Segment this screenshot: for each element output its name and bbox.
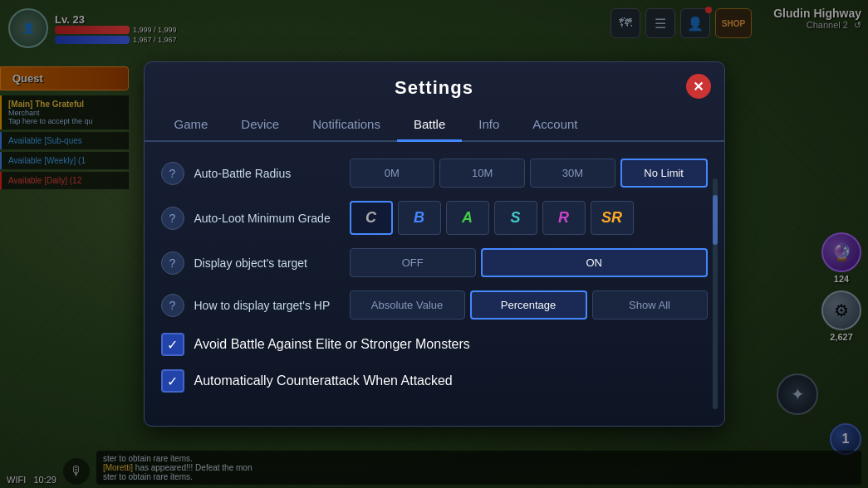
- auto-loot-label: Auto-Loot Minimum Grade: [194, 212, 340, 225]
- tab-device[interactable]: Device: [224, 109, 296, 142]
- grade-b-button[interactable]: B: [398, 201, 441, 235]
- tab-account[interactable]: Account: [516, 109, 594, 142]
- avoid-elite-checkbox[interactable]: ✓: [161, 333, 184, 356]
- radius-30m-button[interactable]: 30M: [530, 159, 615, 188]
- tabs-container: Game Device Notifications Battle Info Ac…: [145, 109, 724, 142]
- settings-modal: Settings ✕ Game Device Notifications Bat…: [144, 61, 725, 427]
- avoid-elite-label: Avoid Battle Against Elite or Stronger M…: [194, 337, 470, 352]
- display-target-row: ? Display object's target OFF ON: [161, 248, 708, 277]
- modal-overlay: Settings ✕ Game Device Notifications Bat…: [0, 0, 868, 488]
- scrollbar-track[interactable]: [713, 178, 718, 409]
- grade-a-button[interactable]: A: [446, 201, 489, 235]
- hp-percentage-button[interactable]: Percentage: [470, 290, 587, 320]
- scrollbar-thumb[interactable]: [713, 195, 718, 245]
- tab-game[interactable]: Game: [158, 109, 225, 142]
- auto-battle-radius-options: 0M 10M 30M No Limit: [350, 159, 708, 188]
- tab-battle[interactable]: Battle: [397, 109, 462, 142]
- auto-battle-radius-label: Auto-Battle Radius: [194, 167, 340, 180]
- close-button[interactable]: ✕: [686, 74, 711, 99]
- radius-10m-button[interactable]: 10M: [439, 159, 525, 188]
- hp-absolute-button[interactable]: Absolute Value: [350, 290, 465, 320]
- auto-counterattack-label: Automatically Counterattack When Attacke…: [194, 373, 453, 388]
- modal-header: Settings ✕: [145, 62, 724, 99]
- grade-sr-button[interactable]: SR: [591, 201, 634, 235]
- display-target-on-button[interactable]: ON: [481, 248, 708, 277]
- display-target-icon: ?: [161, 251, 184, 275]
- auto-battle-radius-row: ? Auto-Battle Radius 0M 10M 30M No Limit: [161, 159, 708, 188]
- avoid-elite-row: ✓ Avoid Battle Against Elite or Stronger…: [161, 333, 708, 356]
- hp-display-icon: ?: [161, 294, 184, 317]
- auto-battle-radius-icon: ?: [161, 162, 184, 185]
- auto-counterattack-row: ✓ Automatically Counterattack When Attac…: [161, 369, 708, 393]
- auto-loot-row: ? Auto-Loot Minimum Grade C B A S R SR: [161, 201, 708, 235]
- grade-c-button[interactable]: C: [350, 201, 393, 235]
- hp-display-row: ? How to display target's HP Absolute Va…: [161, 290, 708, 320]
- radius-0m-button[interactable]: 0M: [350, 159, 435, 188]
- auto-counterattack-checkbox[interactable]: ✓: [161, 369, 184, 393]
- hp-display-options: Absolute Value Percentage Show All: [350, 290, 708, 320]
- grade-r-button[interactable]: R: [542, 201, 586, 235]
- modal-title: Settings: [161, 77, 708, 99]
- auto-loot-icon: ?: [161, 207, 184, 230]
- radius-nolimit-button[interactable]: No Limit: [620, 159, 708, 188]
- grade-s-button[interactable]: S: [494, 201, 537, 235]
- tab-notifications[interactable]: Notifications: [296, 109, 397, 142]
- display-target-off-button[interactable]: OFF: [350, 248, 476, 277]
- hp-display-label: How to display target's HP: [194, 299, 340, 312]
- modal-body: ? Auto-Battle Radius 0M 10M 30M No Limit…: [145, 142, 724, 422]
- display-target-label: Display object's target: [194, 256, 340, 270]
- display-target-options: OFF ON: [350, 248, 708, 277]
- hp-showall-button[interactable]: Show All: [592, 290, 708, 320]
- tab-info[interactable]: Info: [462, 109, 516, 142]
- auto-loot-grade-options: C B A S R SR: [350, 201, 708, 235]
